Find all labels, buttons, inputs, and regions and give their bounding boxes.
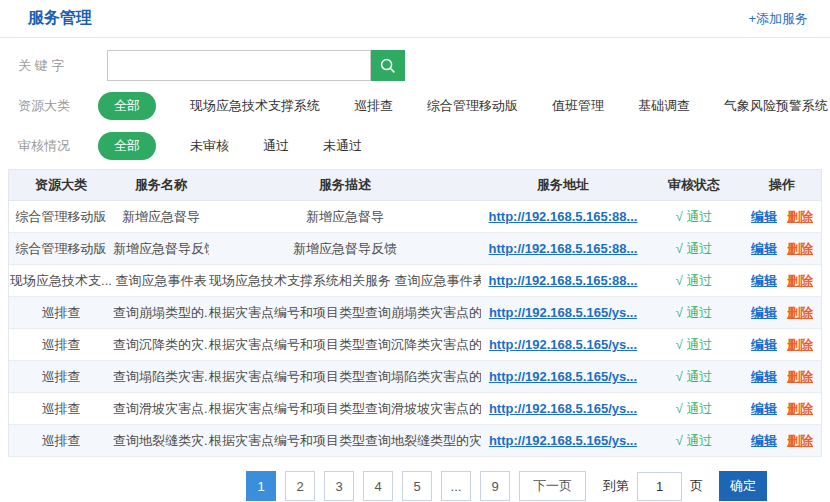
edit-link[interactable]: 编辑 xyxy=(751,272,777,290)
filter-option[interactable]: 巡排查 xyxy=(354,97,393,115)
cell-operations: 编辑删除 xyxy=(743,240,821,258)
search-icon xyxy=(379,57,397,75)
filter-option[interactable]: 基础调查 xyxy=(638,97,690,115)
service-url-link[interactable]: http://192.168.5.165/ys... xyxy=(489,337,637,352)
status-badge: √ 通过 xyxy=(645,272,743,290)
table-row: 综合管理移动版新增应急督导反馈新增应急督导反馈http://192.168.5.… xyxy=(9,233,821,265)
filter-option[interactable]: 未通过 xyxy=(323,137,362,155)
page-ellipsis: ... xyxy=(441,471,471,501)
table-row: 现场应急技术支...查询应急事件表现场应急技术支撑系统相关服务 查询应急事件表h… xyxy=(9,265,821,297)
keyword-search-row: 关 键 字 xyxy=(18,50,830,81)
edit-link[interactable]: 编辑 xyxy=(751,240,777,258)
cell-operations: 编辑删除 xyxy=(743,336,821,354)
search-button[interactable] xyxy=(371,50,405,81)
service-url-link[interactable]: http://192.168.5.165:88... xyxy=(489,209,638,224)
delete-link[interactable]: 删除 xyxy=(787,208,813,226)
filter-option[interactable]: 现场应急技术支撑系统 xyxy=(190,97,320,115)
page-header: 服务管理 +添加服务 xyxy=(0,0,830,38)
delete-link[interactable]: 删除 xyxy=(787,336,813,354)
cell-name: 查询崩塌类型的... xyxy=(113,304,209,322)
filter-option[interactable]: 未审核 xyxy=(190,137,229,155)
edit-link[interactable]: 编辑 xyxy=(751,208,777,226)
service-url-link[interactable]: http://192.168.5.165/ys... xyxy=(489,305,637,320)
page-button[interactable]: 1 xyxy=(246,471,276,501)
service-url-link[interactable]: http://192.168.5.165:88... xyxy=(489,273,638,288)
cell-operations: 编辑删除 xyxy=(743,304,821,322)
table-row: 巡排查查询地裂缝类灾...根据灾害点编号和项目类型查询地裂缝类型的灾害...ht… xyxy=(9,425,821,457)
service-url-link[interactable]: http://192.168.5.165:88... xyxy=(489,241,638,256)
filter-label: 资源大类 xyxy=(18,97,80,115)
page-button[interactable]: 4 xyxy=(363,471,393,501)
filter-option[interactable]: 值班管理 xyxy=(552,97,604,115)
delete-link[interactable]: 删除 xyxy=(787,304,813,322)
goto-page-input[interactable] xyxy=(637,472,682,501)
cell-description: 根据灾害点编号和项目类型查询崩塌类灾害点的详... xyxy=(209,304,481,322)
table-row: 巡排查查询塌陷类灾害...根据灾害点编号和项目类型查询塌陷类灾害点的详...ht… xyxy=(9,361,821,393)
service-management-page: 服务管理 +添加服务 关 键 字 资源大类全部现场应急技术支撑系统巡排查综合管理… xyxy=(0,0,830,501)
column-header: 服务名称 xyxy=(113,176,209,194)
page-button[interactable]: 2 xyxy=(285,471,315,501)
cell-operations: 编辑删除 xyxy=(743,272,821,290)
filter-option[interactable]: 全部 xyxy=(98,132,156,160)
delete-link[interactable]: 删除 xyxy=(787,432,813,450)
table-row: 巡排查查询崩塌类型的...根据灾害点编号和项目类型查询崩塌类灾害点的详...ht… xyxy=(9,297,821,329)
confirm-button[interactable]: 确定 xyxy=(719,471,767,501)
edit-link[interactable]: 编辑 xyxy=(751,432,777,450)
edit-link[interactable]: 编辑 xyxy=(751,400,777,418)
page-button[interactable]: 3 xyxy=(324,471,354,501)
cell-url: http://192.168.5.165/ys... xyxy=(481,401,645,416)
cell-url: http://192.168.5.165/ys... xyxy=(481,369,645,384)
filter-option[interactable]: 通过 xyxy=(263,137,289,155)
cell-category: 综合管理移动版 xyxy=(9,208,113,226)
cell-category: 巡排查 xyxy=(9,432,113,450)
cell-operations: 编辑删除 xyxy=(743,400,821,418)
delete-link[interactable]: 删除 xyxy=(787,240,813,258)
column-header: 服务描述 xyxy=(209,176,481,194)
page-button[interactable]: 9 xyxy=(480,471,510,501)
service-url-link[interactable]: http://192.168.5.165/ys... xyxy=(489,369,637,384)
service-url-link[interactable]: http://192.168.5.165/ys... xyxy=(489,433,637,448)
status-badge: √ 通过 xyxy=(645,400,743,418)
delete-link[interactable]: 删除 xyxy=(787,400,813,418)
cell-description: 新增应急督导反馈 xyxy=(209,240,481,258)
cell-url: http://192.168.5.165/ys... xyxy=(481,337,645,352)
cell-operations: 编辑删除 xyxy=(743,432,821,450)
cell-category: 现场应急技术支... xyxy=(9,272,113,290)
edit-link[interactable]: 编辑 xyxy=(751,336,777,354)
cell-description: 根据灾害点编号和项目类型查询沉降类灾害点的详... xyxy=(209,336,481,354)
cell-url: http://192.168.5.165:88... xyxy=(481,241,645,256)
delete-link[interactable]: 删除 xyxy=(787,368,813,386)
table-row: 综合管理移动版新增应急督导新增应急督导http://192.168.5.165:… xyxy=(9,201,821,233)
status-badge: √ 通过 xyxy=(645,336,743,354)
filter-row: 资源大类全部现场应急技术支撑系统巡排查综合管理移动版值班管理基础调查气象风险预警… xyxy=(18,92,830,119)
edit-link[interactable]: 编辑 xyxy=(751,304,777,322)
column-header: 资源大类 xyxy=(9,176,113,194)
cell-description: 根据灾害点编号和项目类型查询塌陷类灾害点的详... xyxy=(209,368,481,386)
goto-suffix-label: 页 xyxy=(690,477,703,495)
table-row: 巡排查查询滑坡灾害点...根据灾害点编号和项目类型查询滑坡坡灾害点的详...ht… xyxy=(9,393,821,425)
next-page-button[interactable]: 下一页 xyxy=(519,471,586,501)
table-header-row: 资源大类服务名称服务描述服务地址审核状态操作 xyxy=(9,170,821,201)
pagination-bar: 12345...9下一页到第页确定 xyxy=(246,471,830,501)
filter-option[interactable]: 气象风险预警系统 xyxy=(724,97,828,115)
cell-description: 现场应急技术支撑系统相关服务 查询应急事件表 xyxy=(209,272,481,290)
cell-name: 新增应急督导反馈 xyxy=(113,240,209,258)
filter-option[interactable]: 全部 xyxy=(98,92,156,120)
page-button[interactable]: 5 xyxy=(402,471,432,501)
cell-category: 巡排查 xyxy=(9,336,113,354)
edit-link[interactable]: 编辑 xyxy=(751,368,777,386)
column-header: 审核状态 xyxy=(645,176,743,194)
cell-description: 根据灾害点编号和项目类型查询地裂缝类型的灾害... xyxy=(209,432,481,450)
service-url-link[interactable]: http://192.168.5.165/ys... xyxy=(489,401,637,416)
cell-operations: 编辑删除 xyxy=(743,208,821,226)
status-badge: √ 通过 xyxy=(645,208,743,226)
cell-category: 巡排查 xyxy=(9,304,113,322)
delete-link[interactable]: 删除 xyxy=(787,272,813,290)
services-table: 资源大类服务名称服务描述服务地址审核状态操作 综合管理移动版新增应急督导新增应急… xyxy=(8,169,822,457)
filter-option[interactable]: 综合管理移动版 xyxy=(427,97,518,115)
keyword-input[interactable] xyxy=(107,50,371,81)
add-service-button[interactable]: +添加服务 xyxy=(748,10,808,28)
status-badge: √ 通过 xyxy=(645,368,743,386)
filter-row: 审核情况全部未审核通过未通过 xyxy=(18,132,830,159)
status-badge: √ 通过 xyxy=(645,432,743,450)
